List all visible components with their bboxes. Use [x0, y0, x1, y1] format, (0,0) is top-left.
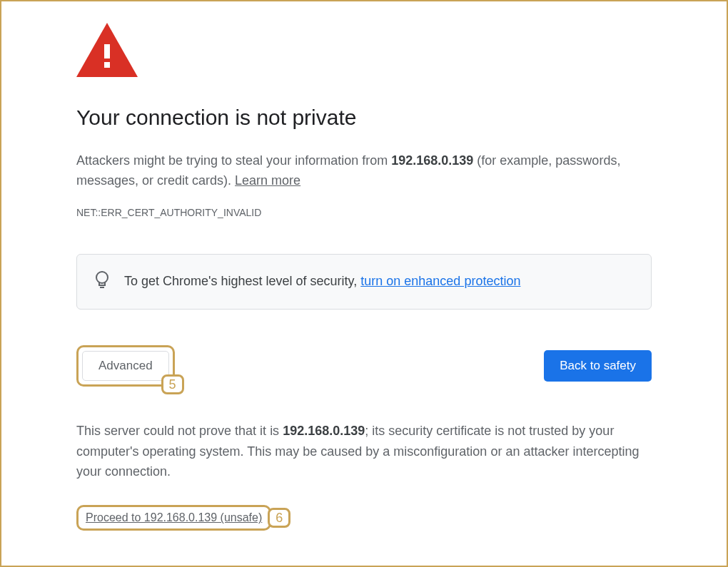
warning-description: Attackers might be trying to steal your …: [76, 151, 652, 191]
certificate-detail: This server could not prove that it is 1…: [76, 421, 652, 482]
advanced-button[interactable]: Advanced: [82, 351, 169, 381]
page-title: Your connection is not private: [76, 106, 652, 130]
desc-ip: 192.168.0.139: [391, 153, 473, 168]
svg-rect-1: [104, 44, 110, 58]
proceed-unsafe-link[interactable]: Proceed to 192.168.0.139 (unsafe): [86, 511, 262, 523]
desc-prefix: Attackers might be trying to steal your …: [76, 153, 391, 168]
error-code: NET::ERR_CERT_AUTHORITY_INVALID: [76, 207, 652, 218]
advanced-annotation-frame: Advanced 5: [76, 345, 175, 387]
detail-prefix: This server could not prove that it is: [76, 424, 283, 438]
detail-ip: 192.168.0.139: [283, 424, 365, 438]
svg-rect-2: [104, 62, 110, 68]
learn-more-link[interactable]: Learn more: [235, 173, 300, 188]
back-to-safety-button[interactable]: Back to safety: [544, 350, 652, 382]
interstitial-page: Your connection is not private Attackers…: [0, 0, 728, 567]
button-row: Advanced 5 Back to safety: [76, 345, 652, 387]
enhanced-protection-link[interactable]: turn on enhanced protection: [360, 274, 520, 288]
tip-text: To get Chrome's highest level of securit…: [124, 274, 520, 289]
annotation-5: 5: [161, 374, 184, 394]
tip-prefix: To get Chrome's highest level of securit…: [124, 274, 360, 288]
lightbulb-icon: [94, 270, 110, 293]
svg-point-3: [96, 272, 108, 283]
security-tip-box: To get Chrome's highest level of securit…: [76, 254, 652, 310]
annotation-6: 6: [268, 508, 290, 528]
proceed-annotation-frame: Proceed to 192.168.0.139 (unsafe) 6: [76, 505, 271, 531]
warning-triangle-icon: [76, 23, 652, 77]
